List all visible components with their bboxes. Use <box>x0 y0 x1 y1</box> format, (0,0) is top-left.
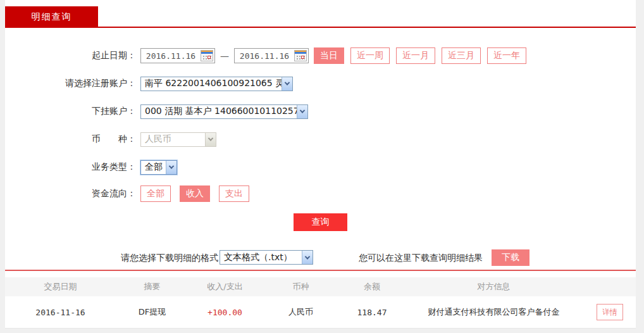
sub-account-value: 000 活期 基本户 1406600101102571848 <box>141 106 297 117</box>
currency-select: 人民币 <box>140 132 216 147</box>
cell-amount: +100.00 <box>189 308 261 317</box>
cell-counterparty: 财付通支付科技有限公司客户备付金 <box>404 306 584 318</box>
register-account-label: 请选择注册账户： <box>5 78 136 89</box>
calendar-icon[interactable] <box>294 50 307 61</box>
quick-range-year-button[interactable]: 近一年 <box>487 47 526 64</box>
table-header-row: 交易日期 摘要 收入/支出 币种 余额 对方信息 <box>5 277 636 296</box>
cell-summary: DF提现 <box>116 306 189 318</box>
header-divider <box>5 27 636 28</box>
quick-range-today-button[interactable]: 当日 <box>314 47 344 64</box>
currency-value: 人民币 <box>141 134 205 145</box>
query-button[interactable]: 查询 <box>294 213 347 231</box>
date-separator: — <box>220 51 229 61</box>
col-header-summary: 摘要 <box>116 281 189 292</box>
tab-detail-query[interactable]: 明细查询 <box>5 6 98 27</box>
chevron-down-icon[interactable] <box>297 105 307 118</box>
chevron-down-icon[interactable] <box>166 161 176 174</box>
end-date-input[interactable]: 2016.11.16 <box>234 48 309 63</box>
start-date-value: 2016.11.16 <box>141 51 201 61</box>
cell-currency: 人民币 <box>261 306 340 318</box>
table-top-divider <box>5 270 636 271</box>
fund-flow-all-button[interactable]: 全部 <box>140 185 171 202</box>
fund-flow-income-button[interactable]: 收入 <box>180 185 210 202</box>
download-format-label: 请您选择下载明细的格式 <box>5 249 218 266</box>
col-header-trade-date: 交易日期 <box>5 281 116 292</box>
fund-flow-expense-button[interactable]: 支出 <box>219 185 249 202</box>
start-date-input[interactable]: 2016.11.16 <box>140 48 215 63</box>
currency-label: 币 种： <box>5 134 136 145</box>
chevron-down-icon[interactable] <box>302 251 313 264</box>
download-button[interactable]: 下载 <box>492 249 529 266</box>
business-type-select[interactable]: 全部 <box>140 160 177 175</box>
download-hint: 您可以在这里下载查询明细结果 <box>359 249 483 266</box>
cell-balance: 118.47 <box>340 308 404 317</box>
download-row: 请您选择下载明细的格式 文本格式（.txt） 您可以在这里下载查询明细结果 下载 <box>5 249 636 266</box>
col-header-currency: 币种 <box>261 281 340 292</box>
sub-account-label: 下挂账户： <box>5 106 136 117</box>
col-header-amount: 收入/支出 <box>189 281 261 292</box>
quick-range-week-button[interactable]: 近一周 <box>350 47 390 64</box>
download-format-value: 文本格式（.txt） <box>220 252 302 263</box>
sub-account-select[interactable]: 000 活期 基本户 1406600101102571848 <box>140 104 308 119</box>
register-account-select[interactable]: 南平 6222001406100921065 灵通卡 <box>140 77 293 91</box>
table-row: 2016-11-16 DF提现 +100.00 人民币 118.47 财付通支付… <box>5 296 636 329</box>
date-range-label: 起止日期： <box>5 50 136 61</box>
register-account-value: 南平 6222001406100921065 灵通卡 <box>141 78 282 89</box>
col-header-counterparty: 对方信息 <box>404 281 584 292</box>
business-type-value: 全部 <box>141 161 166 173</box>
col-header-balance: 余额 <box>340 281 404 292</box>
quick-range-quarter-button[interactable]: 近三月 <box>442 47 481 64</box>
tab-label: 明细查询 <box>32 11 72 23</box>
download-format-select[interactable]: 文本格式（.txt） <box>220 250 313 265</box>
quick-range-month-button[interactable]: 近一月 <box>396 47 435 64</box>
cell-trade-date: 2016-11-16 <box>5 308 116 317</box>
detail-button[interactable]: 详情 <box>597 304 623 320</box>
chevron-down-icon <box>205 133 216 146</box>
business-type-label: 业务类型： <box>5 161 136 173</box>
chevron-down-icon[interactable] <box>282 77 292 91</box>
main-panel: 明细查询 起止日期： 2016.11.16 — 2016.11.16 当日 近一… <box>5 0 636 329</box>
end-date-value: 2016.11.16 <box>235 51 294 61</box>
calendar-icon[interactable] <box>201 50 213 61</box>
fund-flow-label: 资金流向： <box>5 188 136 199</box>
